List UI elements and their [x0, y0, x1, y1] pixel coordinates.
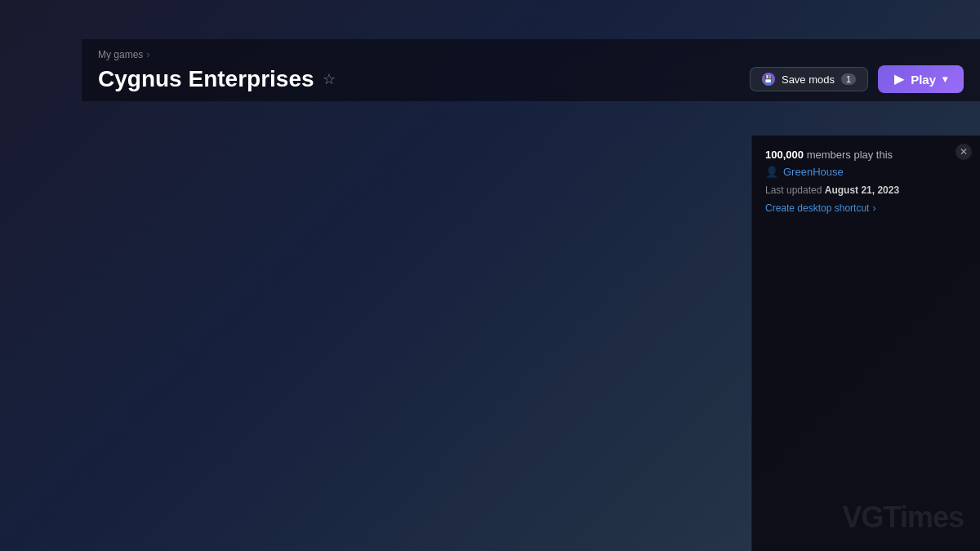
game-title: Cygnus Enterprises	[98, 66, 314, 92]
members-count: 100,000	[765, 149, 804, 161]
play-chevron-icon: ▾	[942, 73, 947, 85]
save-mods-button[interactable]: 💾 Save mods 1	[750, 67, 868, 91]
info-panel: ✕ 100,000 members play this 👤 GreenHouse…	[751, 136, 980, 551]
last-updated-label: Last updated	[765, 184, 822, 196]
save-count: 1	[841, 73, 856, 85]
favorite-star-icon[interactable]: ☆	[323, 70, 336, 88]
info-close-btn[interactable]: ✕	[956, 144, 972, 160]
game-header: My games › Cygnus Enterprises ☆ 💾 Save m…	[82, 39, 980, 101]
user-circle-icon: 👤	[765, 166, 778, 178]
play-icon: ▶	[894, 72, 904, 87]
shortcut-arrow-icon: ›	[872, 202, 875, 214]
game-title-row: Cygnus Enterprises ☆ 💾 Save mods 1 ▶ Pla…	[98, 65, 964, 93]
save-mods-label: Save mods	[782, 73, 835, 86]
members-label: members play this	[807, 149, 893, 161]
info-updated: Last updated August 21, 2023	[765, 184, 967, 196]
breadcrumb-arrow: ›	[146, 49, 149, 60]
info-author[interactable]: GreenHouse	[783, 166, 844, 178]
breadcrumb: My games ›	[98, 49, 964, 60]
info-members: 100,000 members play this	[765, 149, 967, 161]
app-container: W 🔍 Home My games Explore Creators W WeM…	[0, 0, 980, 551]
play-button[interactable]: ▶ Play ▾	[878, 65, 964, 93]
save-mods-icon: 💾	[762, 73, 775, 86]
create-shortcut-link[interactable]: Create desktop shortcut ›	[765, 202, 967, 214]
header-actions: 💾 Save mods 1 ▶ Play ▾	[750, 65, 964, 93]
breadcrumb-my-games[interactable]: My games	[98, 49, 143, 60]
shortcut-label: Create desktop shortcut	[765, 202, 869, 214]
play-label: Play	[911, 73, 936, 87]
last-updated-date: August 21, 2023	[825, 184, 899, 196]
